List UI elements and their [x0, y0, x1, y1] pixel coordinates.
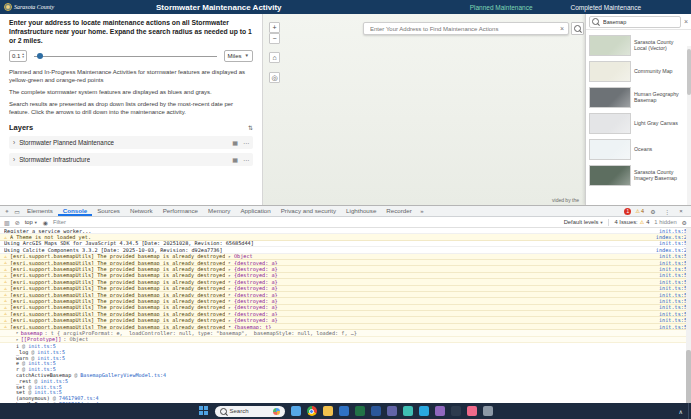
layers-actions-icon[interactable]: ⇅ — [248, 124, 253, 131]
object-preview[interactable]: {destroyed: a} — [234, 311, 278, 317]
source-link[interactable]: init.ts:5 — [659, 317, 687, 323]
expand-icon[interactable]: ▸ — [228, 260, 231, 265]
tab-memory[interactable]: Memory — [203, 206, 235, 216]
expand-icon[interactable]: ▸ — [228, 254, 231, 259]
basemap-scrollbar[interactable] — [687, 46, 691, 205]
start-button[interactable] — [199, 406, 209, 416]
teams-icon[interactable] — [387, 406, 397, 416]
scrollbar-thumb[interactable] — [686, 350, 691, 405]
system-tray[interactable]: ∧ — [679, 408, 683, 415]
widgets-icon[interactable] — [291, 406, 301, 416]
hidden-messages-label[interactable]: 1 hidden — [654, 219, 676, 225]
nav-completed-maintenance[interactable]: Completed Maintenance — [571, 4, 641, 11]
source-link[interactable]: init.ts:5 — [659, 286, 687, 292]
chevron-right-icon[interactable]: › — [13, 139, 15, 146]
expand-icon[interactable]: ▸ — [16, 337, 19, 342]
locate-button[interactable]: ◎ — [269, 72, 280, 83]
layer-item-stormwater-infrastructure[interactable]: ›Stormwater Infrastructure▦⋯ — [9, 153, 253, 166]
console-settings-gear-icon[interactable]: ⚙ — [682, 219, 687, 226]
source-link[interactable]: init.ts:5 — [659, 260, 687, 266]
source-link[interactable]: index.ts:2 — [656, 234, 687, 240]
table-icon[interactable]: ▦ — [232, 139, 238, 146]
tab-application[interactable]: Application — [235, 206, 275, 216]
error-count-badge[interactable]: 1 — [624, 208, 631, 215]
console-scrollbar[interactable] — [686, 228, 691, 406]
basemap-search[interactable] — [589, 16, 681, 28]
zoom-out-button[interactable]: − — [269, 33, 280, 44]
scrollbar-thumb[interactable] — [687, 49, 691, 95]
settings-icon[interactable] — [483, 406, 493, 416]
unit-select[interactable]: Miles ▼ — [224, 50, 253, 62]
excel-icon[interactable] — [355, 406, 365, 416]
tab-lighthouse[interactable]: Lighthouse — [341, 206, 381, 216]
eye-icon[interactable]: ◉ — [43, 219, 48, 226]
expand-icon[interactable]: ▸ — [228, 292, 231, 297]
home-button[interactable]: ⌂ — [269, 52, 280, 63]
source-link[interactable]: init.ts:5 — [659, 305, 687, 311]
object-preview[interactable]: {destroyed: a} — [234, 260, 278, 266]
vscode-icon[interactable] — [419, 406, 429, 416]
expand-icon[interactable]: ▸ — [16, 330, 19, 335]
object-preview[interactable]: {basemap: t} — [234, 324, 271, 330]
county-logo[interactable]: Sarasota County — [4, 3, 94, 11]
close-devtools-icon[interactable]: × — [676, 208, 686, 214]
warning-count-badge[interactable]: ⚠4 — [635, 208, 644, 214]
radius-slider[interactable] — [34, 51, 216, 61]
taskbar-search[interactable]: Search — [215, 406, 285, 417]
basemap-item-human-geography-basemap[interactable]: Human Geography Basemap — [589, 84, 684, 110]
table-icon[interactable]: ▦ — [232, 156, 238, 163]
chevron-right-icon[interactable]: › — [13, 156, 15, 163]
basemap-item-oceans[interactable]: Oceans — [589, 136, 684, 162]
file-explorer-icon[interactable] — [323, 406, 333, 416]
source-link[interactable]: init.ts:5 — [659, 254, 687, 260]
object-preview[interactable]: {destroyed: a} — [234, 298, 278, 304]
more-tabs-icon[interactable]: » — [417, 208, 427, 214]
search-button[interactable] — [571, 22, 584, 35]
expand-icon[interactable]: ▸ — [228, 318, 231, 323]
zoom-in-button[interactable]: + — [269, 22, 280, 33]
github-desktop-icon[interactable] — [435, 406, 445, 416]
source-link[interactable]: init.ts:5 — [659, 311, 687, 317]
source-link[interactable]: init.ts:5 — [659, 292, 687, 298]
source-link[interactable]: init.ts:5 — [659, 298, 687, 304]
object-preview[interactable]: {destroyed: a} — [234, 292, 278, 298]
word-icon[interactable] — [371, 406, 381, 416]
source-link[interactable]: init.ts:5 — [659, 228, 687, 234]
basemap-search-input[interactable] — [601, 18, 678, 26]
inspect-icon[interactable]: ⌖ — [2, 208, 12, 215]
object-preview[interactable]: {destroyed: a} — [234, 266, 278, 272]
issues-counter[interactable]: 4 Issues: ⚠ 4 — [614, 219, 649, 225]
expand-icon[interactable]: ▸ — [228, 298, 231, 303]
basemap-item-sarasota-county-imagery-basemap[interactable]: Sarasota County Imagery Basemap — [589, 162, 684, 188]
source-link[interactable]: init.ts:5 — [659, 279, 687, 285]
outlook-icon[interactable] — [339, 406, 349, 416]
device-toolbar-icon[interactable]: ▭ — [12, 208, 22, 215]
object-preview[interactable]: {destroyed: a} — [234, 305, 278, 311]
tab-privacy-and-security[interactable]: Privacy and security — [276, 206, 341, 216]
address-search-input[interactable] — [368, 25, 557, 33]
tab-console[interactable]: Console — [58, 206, 92, 216]
terminal-icon[interactable] — [451, 406, 461, 416]
basemap-item-sarasota-county-local-vector[interactable]: Sarasota County Local (Vector) — [589, 32, 684, 58]
collapse-icon[interactable]: ▾ — [228, 324, 231, 329]
expand-icon[interactable]: ▸ — [228, 279, 231, 284]
kebab-menu-icon[interactable]: ⋮ — [662, 208, 672, 215]
object-preview[interactable]: {destroyed: a} — [234, 279, 278, 285]
slider-handle[interactable] — [37, 53, 43, 59]
basemap-item-light-gray-canvas[interactable]: Light Gray Canvas — [589, 110, 684, 136]
expand-icon[interactable]: ▸ — [228, 286, 231, 291]
options-icon[interactable]: ⋯ — [243, 156, 249, 163]
object-preview[interactable]: {destroyed: a} — [234, 286, 278, 292]
clear-console-icon[interactable]: ⊘ — [15, 219, 20, 226]
object-preview[interactable]: {destroyed: a} — [234, 273, 278, 279]
object-preview[interactable]: Object — [234, 254, 253, 260]
tab-elements[interactable]: Elements — [22, 206, 58, 216]
source-link[interactable]: init.ts:5 — [659, 266, 687, 272]
paint-icon[interactable] — [467, 406, 477, 416]
layer-item-stormwater-planned-maintenance[interactable]: ›Stormwater Planned Maintenance▦⋯ — [9, 136, 253, 149]
console-sidebar-icon[interactable]: ▥ — [4, 219, 10, 226]
tab-recorder[interactable]: Recorder — [381, 206, 416, 216]
tray-chevron-icon[interactable]: ∧ — [679, 408, 683, 415]
console-filter-input[interactable]: Filter — [53, 219, 203, 225]
expand-icon[interactable]: ▸ — [228, 311, 231, 316]
